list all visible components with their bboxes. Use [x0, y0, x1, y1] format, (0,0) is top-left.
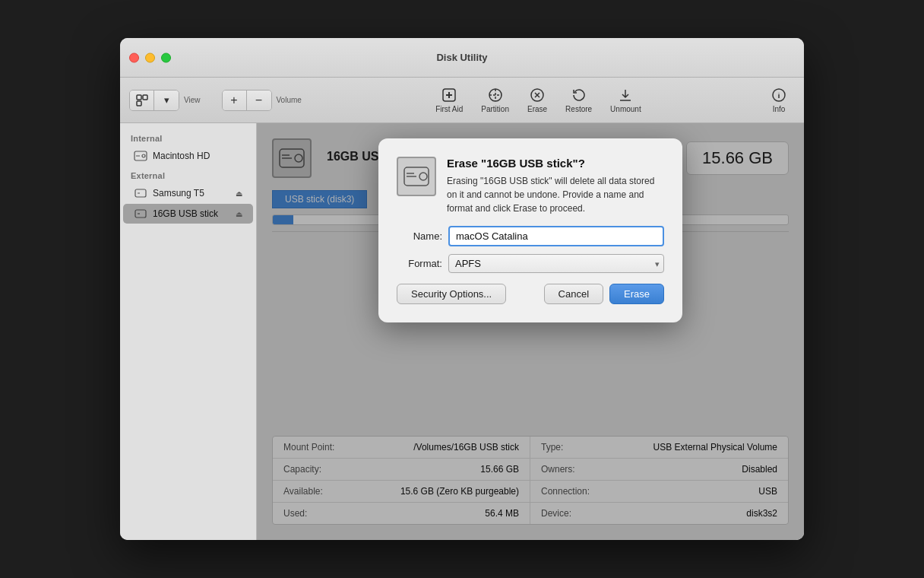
- external-section-label: External: [120, 167, 256, 183]
- cancel-button[interactable]: Cancel: [544, 284, 603, 304]
- erase-button[interactable]: Erase: [609, 284, 664, 304]
- security-options-button[interactable]: Security Options...: [397, 284, 506, 304]
- modal-right-buttons: Cancel Erase: [544, 284, 664, 304]
- format-select-wrapper: APFS Mac OS Extended (Journaled) ExFAT M…: [448, 254, 664, 273]
- usb-stick-label: 16GB USB stick: [153, 208, 218, 219]
- content-area: 16GB USB stick 15.66 GB USB stick (disk3…: [257, 123, 804, 540]
- partition-label: Partition: [481, 105, 509, 113]
- disk-icon: [134, 149, 147, 163]
- minimize-button[interactable]: [145, 52, 155, 62]
- add-volume-button[interactable]: +: [223, 91, 247, 110]
- partition-tool[interactable]: Partition: [473, 85, 517, 115]
- info-label: Info: [773, 105, 786, 113]
- svg-point-8: [142, 154, 145, 157]
- disk-utility-window: Disk Utility ▾ View + −: [120, 38, 804, 540]
- view-button[interactable]: [130, 91, 154, 110]
- internal-section-label: Internal: [120, 129, 256, 145]
- format-label: Format:: [397, 258, 442, 269]
- toolbar-tools: First Aid Partition Erase: [314, 85, 763, 115]
- view-label: View: [184, 96, 201, 104]
- modal-title: Erase "16GB USB stick"?: [447, 157, 664, 170]
- titlebar: Disk Utility: [120, 38, 804, 78]
- traffic-lights: [129, 52, 171, 62]
- svg-rect-12: [135, 210, 146, 218]
- unmount-tool[interactable]: Unmount: [603, 85, 649, 115]
- view-group: ▾: [129, 90, 179, 111]
- info-tool[interactable]: Info: [763, 85, 795, 115]
- unmount-label: Unmount: [610, 105, 641, 113]
- svg-rect-2: [137, 101, 141, 106]
- modal-overlay: Erase "16GB USB stick"? Erasing "16GB US…: [257, 123, 804, 540]
- first-aid-tool[interactable]: First Aid: [428, 85, 470, 115]
- name-label: Name:: [397, 230, 442, 242]
- sidebar: Internal Macintosh HD External: [120, 123, 257, 540]
- samsung-t5-label: Samsung T5: [153, 188, 204, 198]
- modal-description: Erasing "16GB USB stick" will delete all…: [447, 174, 664, 215]
- sidebar-item-samsung-t5[interactable]: Samsung T5 ⏏: [123, 183, 253, 203]
- main-area: Internal Macintosh HD External: [120, 123, 804, 540]
- toolbar: ▾ View + − Volume First Aid: [120, 78, 804, 123]
- name-row: Name:: [397, 226, 664, 246]
- sidebar-item-16gb-usb-stick[interactable]: 16GB USB stick ⏏: [123, 204, 253, 224]
- format-row: Format: APFS Mac OS Extended (Journaled)…: [397, 254, 664, 273]
- format-select[interactable]: APFS Mac OS Extended (Journaled) ExFAT M…: [448, 254, 664, 273]
- svg-rect-1: [143, 95, 147, 100]
- remove-volume-button[interactable]: −: [247, 91, 271, 110]
- maximize-button[interactable]: [161, 52, 171, 62]
- svg-rect-0: [137, 95, 141, 100]
- modal-text: Erase "16GB USB stick"? Erasing "16GB US…: [447, 157, 664, 215]
- modal-buttons: Security Options... Cancel Erase: [397, 284, 664, 304]
- modal-disk-icon: [397, 157, 436, 196]
- svg-point-19: [419, 173, 427, 180]
- usb-disk-icon-2: [134, 207, 147, 221]
- usb-disk-icon: [134, 186, 147, 200]
- eject-icon[interactable]: ⏏: [236, 189, 242, 198]
- close-button[interactable]: [129, 52, 139, 62]
- restore-label: Restore: [565, 105, 592, 113]
- modal-form: Name: Format: APFS Mac OS Extended (Jour…: [397, 226, 664, 273]
- view-dropdown-button[interactable]: ▾: [154, 91, 179, 110]
- erase-label: Erase: [527, 105, 547, 113]
- eject-icon-2[interactable]: ⏏: [236, 210, 242, 218]
- erase-dialog: Erase "16GB USB stick"? Erasing "16GB US…: [378, 138, 682, 322]
- first-aid-label: First Aid: [435, 105, 463, 113]
- modal-header: Erase "16GB USB stick"? Erasing "16GB US…: [397, 157, 664, 215]
- volume-label: Volume: [277, 96, 302, 104]
- restore-tool[interactable]: Restore: [558, 85, 600, 115]
- name-input[interactable]: [448, 226, 664, 246]
- toolbar-left: ▾ View + − Volume: [129, 90, 302, 111]
- macintosh-hd-label: Macintosh HD: [153, 151, 210, 161]
- window-title: Disk Utility: [436, 52, 487, 63]
- volume-group: + −: [222, 90, 272, 111]
- svg-rect-10: [135, 189, 146, 197]
- erase-tool[interactable]: Erase: [520, 85, 555, 115]
- sidebar-item-macintosh-hd[interactable]: Macintosh HD: [123, 146, 253, 166]
